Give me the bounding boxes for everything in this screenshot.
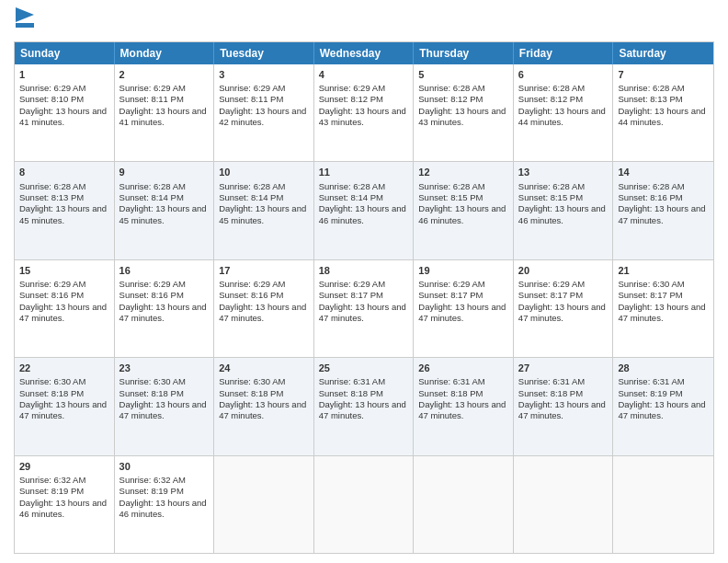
- sunset-text: Sunset: 8:13 PM: [19, 192, 84, 202]
- sunrise-text: Sunrise: 6:31 AM: [618, 376, 684, 386]
- daylight-text: Daylight: 13 hours and 46 minutes.: [119, 498, 207, 519]
- sunrise-text: Sunrise: 6:29 AM: [219, 83, 285, 93]
- sunset-text: Sunset: 8:12 PM: [518, 94, 583, 104]
- cal-row: 8Sunrise: 6:28 AMSunset: 8:13 PMDaylight…: [15, 162, 713, 259]
- day-number: 21: [618, 264, 709, 277]
- sunrise-text: Sunrise: 6:29 AM: [518, 279, 585, 289]
- cal-cell: 16Sunrise: 6:29 AMSunset: 8:16 PMDayligh…: [115, 260, 215, 357]
- sunrise-text: Sunrise: 6:29 AM: [19, 83, 85, 93]
- day-number: 9: [119, 166, 210, 178]
- daylight-text: Daylight: 13 hours and 47 minutes.: [518, 399, 606, 420]
- sunset-text: Sunset: 8:15 PM: [418, 192, 483, 202]
- cal-header-cell: Saturday: [613, 42, 713, 64]
- cal-row: 1Sunrise: 6:29 AMSunset: 8:10 PMDaylight…: [15, 64, 713, 162]
- cal-cell: 20Sunrise: 6:29 AMSunset: 8:17 PMDayligh…: [514, 260, 614, 357]
- svg-rect-1: [16, 23, 34, 28]
- daylight-text: Daylight: 13 hours and 47 minutes.: [19, 399, 107, 420]
- daylight-text: Daylight: 13 hours and 41 minutes.: [19, 106, 107, 127]
- sunrise-text: Sunrise: 6:28 AM: [19, 181, 85, 191]
- day-number: 24: [219, 362, 309, 374]
- sunrise-text: Sunrise: 6:31 AM: [518, 376, 585, 386]
- cal-cell: 18Sunrise: 6:29 AMSunset: 8:17 PMDayligh…: [314, 260, 415, 357]
- sunset-text: Sunset: 8:13 PM: [618, 94, 682, 104]
- daylight-text: Daylight: 13 hours and 47 minutes.: [119, 302, 207, 323]
- sunrise-text: Sunrise: 6:29 AM: [319, 279, 385, 289]
- cal-header-cell: Monday: [115, 42, 215, 64]
- day-number: 28: [618, 362, 709, 374]
- sunset-text: Sunset: 8:17 PM: [518, 290, 583, 300]
- sunrise-text: Sunrise: 6:29 AM: [219, 279, 285, 289]
- header: [14, 9, 714, 34]
- day-number: 1: [19, 68, 109, 81]
- cal-cell: [414, 456, 514, 553]
- cal-cell: 6Sunrise: 6:28 AMSunset: 8:12 PMDaylight…: [514, 64, 614, 161]
- daylight-text: Daylight: 13 hours and 47 minutes.: [19, 302, 107, 323]
- daylight-text: Daylight: 13 hours and 45 minutes.: [119, 203, 207, 224]
- calendar-body: 1Sunrise: 6:29 AMSunset: 8:10 PMDaylight…: [15, 64, 713, 553]
- sunset-text: Sunset: 8:14 PM: [119, 192, 184, 202]
- daylight-text: Daylight: 13 hours and 47 minutes.: [618, 203, 705, 224]
- day-number: 11: [319, 166, 409, 178]
- cal-cell: 2Sunrise: 6:29 AMSunset: 8:11 PMDaylight…: [115, 64, 215, 161]
- cal-cell: 17Sunrise: 6:29 AMSunset: 8:16 PMDayligh…: [214, 260, 314, 357]
- sunset-text: Sunset: 8:17 PM: [319, 290, 383, 300]
- cal-row: 15Sunrise: 6:29 AMSunset: 8:16 PMDayligh…: [15, 260, 713, 358]
- daylight-text: Daylight: 13 hours and 47 minutes.: [219, 399, 306, 420]
- sunrise-text: Sunrise: 6:28 AM: [418, 181, 484, 191]
- sunset-text: Sunset: 8:18 PM: [518, 388, 583, 398]
- day-number: 6: [518, 68, 609, 81]
- day-number: 13: [518, 166, 609, 178]
- daylight-text: Daylight: 13 hours and 47 minutes.: [618, 302, 705, 323]
- logo: [14, 9, 34, 34]
- daylight-text: Daylight: 13 hours and 47 minutes.: [119, 399, 207, 420]
- cal-cell: 25Sunrise: 6:31 AMSunset: 8:18 PMDayligh…: [314, 358, 415, 454]
- day-number: 27: [518, 362, 609, 374]
- day-number: 30: [119, 460, 210, 473]
- cal-cell: 27Sunrise: 6:31 AMSunset: 8:18 PMDayligh…: [514, 358, 614, 454]
- day-number: 2: [119, 68, 210, 81]
- day-number: 8: [19, 166, 109, 178]
- sunrise-text: Sunrise: 6:29 AM: [418, 279, 484, 289]
- day-number: 3: [219, 68, 309, 81]
- day-number: 26: [418, 362, 508, 374]
- day-number: 15: [19, 264, 109, 277]
- sunset-text: Sunset: 8:16 PM: [219, 290, 283, 300]
- cal-cell: 7Sunrise: 6:28 AMSunset: 8:13 PMDaylight…: [613, 64, 713, 161]
- cal-cell: 13Sunrise: 6:28 AMSunset: 8:15 PMDayligh…: [514, 162, 614, 259]
- cal-cell: [214, 456, 314, 553]
- cal-cell: 30Sunrise: 6:32 AMSunset: 8:19 PMDayligh…: [115, 456, 215, 553]
- daylight-text: Daylight: 13 hours and 42 minutes.: [219, 106, 306, 127]
- sunrise-text: Sunrise: 6:29 AM: [319, 83, 385, 93]
- sunset-text: Sunset: 8:18 PM: [119, 388, 184, 398]
- cal-cell: 12Sunrise: 6:28 AMSunset: 8:15 PMDayligh…: [414, 162, 514, 259]
- daylight-text: Daylight: 13 hours and 47 minutes.: [418, 302, 506, 323]
- sunrise-text: Sunrise: 6:28 AM: [119, 181, 186, 191]
- svg-marker-0: [16, 7, 34, 22]
- day-number: 29: [19, 460, 109, 473]
- cal-header-cell: Wednesday: [314, 42, 415, 64]
- sunrise-text: Sunrise: 6:28 AM: [418, 83, 484, 93]
- cal-cell: 26Sunrise: 6:31 AMSunset: 8:18 PMDayligh…: [414, 358, 514, 454]
- sunrise-text: Sunrise: 6:32 AM: [119, 475, 186, 485]
- sunset-text: Sunset: 8:15 PM: [518, 192, 583, 202]
- cal-cell: [613, 456, 713, 553]
- sunset-text: Sunset: 8:19 PM: [119, 486, 184, 496]
- cal-cell: 19Sunrise: 6:29 AMSunset: 8:17 PMDayligh…: [414, 260, 514, 357]
- daylight-text: Daylight: 13 hours and 46 minutes.: [418, 203, 506, 224]
- day-number: 4: [319, 68, 409, 81]
- sunrise-text: Sunrise: 6:30 AM: [19, 376, 85, 386]
- cal-cell: 23Sunrise: 6:30 AMSunset: 8:18 PMDayligh…: [115, 358, 215, 454]
- day-number: 5: [418, 68, 508, 81]
- daylight-text: Daylight: 13 hours and 47 minutes.: [518, 302, 606, 323]
- sunset-text: Sunset: 8:16 PM: [19, 290, 84, 300]
- cal-header-cell: Tuesday: [214, 42, 314, 64]
- sunrise-text: Sunrise: 6:28 AM: [618, 181, 684, 191]
- calendar: SundayMondayTuesdayWednesdayThursdayFrid…: [14, 41, 714, 554]
- sunrise-text: Sunrise: 6:30 AM: [119, 376, 186, 386]
- cal-header-cell: Thursday: [414, 42, 514, 64]
- cal-cell: [314, 456, 415, 553]
- day-number: 18: [319, 264, 409, 277]
- cal-header-cell: Sunday: [15, 42, 115, 64]
- sunrise-text: Sunrise: 6:29 AM: [19, 279, 85, 289]
- cal-cell: 1Sunrise: 6:29 AMSunset: 8:10 PMDaylight…: [15, 64, 115, 161]
